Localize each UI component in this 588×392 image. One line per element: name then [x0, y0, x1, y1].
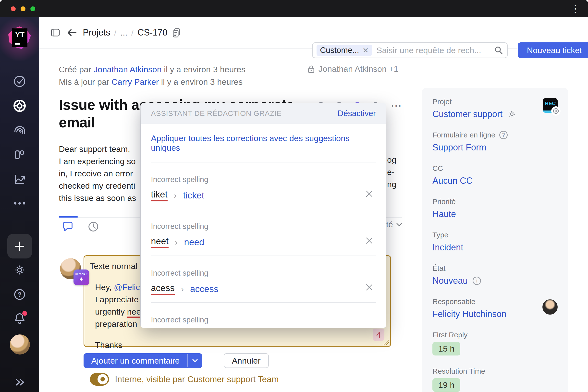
logo-dash [15, 43, 20, 44]
sort-dropdown-fragment[interactable]: té [386, 220, 402, 229]
internal-visibility-toggle[interactable] [90, 373, 109, 386]
priority-value[interactable]: Haute [432, 209, 456, 219]
description-fragment: e- [387, 167, 394, 177]
youtrack-logo[interactable]: YT [7, 25, 32, 50]
zoom-window-button[interactable] [30, 6, 35, 11]
state-value[interactable]: Nouveau [432, 276, 468, 286]
add-comment-button[interactable]: Ajouter un commentaire [84, 353, 188, 368]
app-header: Projets / ... / CS-170 Custome... ✕ Nouv… [39, 17, 588, 48]
chevron-down-icon [396, 223, 402, 226]
copy-id-button[interactable] [172, 28, 181, 38]
add-comment-split-button: Ajouter un commentaire [84, 353, 202, 368]
type-value[interactable]: Incident [432, 242, 463, 252]
breadcrumb-ellipsis[interactable]: ... [120, 28, 128, 38]
suggestion-row: Incorrect spelling neet › need [151, 209, 376, 256]
dismiss-suggestion-button[interactable] [365, 190, 374, 198]
create-button[interactable] [7, 234, 32, 258]
cancel-button[interactable]: Annuler [224, 353, 269, 368]
suggested-word-link[interactable]: access [190, 284, 218, 294]
issue-fields-panel: Projet Customer support HEC Formulaire e… [422, 88, 568, 392]
new-ticket-button[interactable]: Nouveau ticket [518, 42, 588, 58]
sidebar-item-issues[interactable] [12, 74, 28, 89]
minimize-window-button[interactable] [20, 6, 26, 11]
gear-icon [13, 264, 26, 276]
active-tab-underline [59, 216, 78, 218]
comment-line: I appreciate [95, 293, 141, 306]
field-cc: CC Aucun CC [432, 164, 558, 186]
help-circle-icon[interactable]: ? [499, 131, 508, 139]
sidebar-item-agile-boards[interactable] [12, 147, 28, 163]
spiral-icon [13, 124, 26, 137]
created-user-link[interactable]: Jonathan Atkinson [94, 65, 162, 74]
settings-button[interactable] [12, 262, 28, 278]
project-link[interactable]: Customer support [432, 109, 502, 119]
tab-comments[interactable] [62, 221, 74, 232]
browser-menu-icon[interactable]: ⋮ [570, 4, 580, 13]
copy-icon [172, 28, 181, 38]
close-icon [365, 190, 374, 198]
panel-toggle-button[interactable] [50, 17, 60, 48]
close-window-button[interactable] [11, 6, 16, 11]
title-more-button[interactable]: ⋯ [390, 99, 402, 112]
visibility-label: Jonathan Atkinson +1 [318, 64, 398, 74]
back-button[interactable] [66, 17, 78, 48]
wrong-word: neet [151, 236, 168, 248]
text-format-dropdown[interactable]: Texte normal [90, 262, 147, 271]
lock-icon [307, 65, 315, 74]
project-avatar-text: HEC [543, 100, 558, 106]
ellipsis-icon [13, 202, 26, 205]
user-avatar[interactable] [10, 334, 30, 354]
bell-icon [13, 312, 26, 325]
description-line: in, I receive an error [59, 167, 136, 180]
search-input[interactable] [376, 45, 494, 55]
breadcrumb-projects[interactable]: Projets [83, 28, 110, 38]
assignee-link[interactable]: Felicity Hutchinson [432, 309, 506, 319]
mention-link[interactable]: @Felic [114, 282, 140, 292]
project-avatar[interactable]: HEC [543, 98, 558, 113]
comment-line: urgently nee [95, 306, 141, 318]
issue-description: Dear support team, I am experiencing so … [59, 143, 136, 204]
field-label: Projet [432, 98, 558, 106]
visibility-control[interactable]: Jonathan Atkinson +1 [307, 64, 398, 74]
issue-meta: Créé par Jonathan Atkinson il y a enviro… [59, 63, 246, 88]
youtrack-window: ⋮ YT [0, 0, 588, 392]
updated-user-link[interactable]: Carry Parker [112, 77, 159, 86]
suggestion-label: Incorrect spelling [151, 256, 376, 278]
gear-icon [508, 110, 516, 118]
description-fragment: ng [387, 180, 396, 189]
apply-all-link[interactable]: Appliquer toutes les corrections avec de… [151, 134, 376, 153]
sidebar-item-helpdesk-active[interactable] [12, 98, 28, 114]
project-settings-button[interactable] [508, 110, 516, 118]
sidebar-item-knowledge-base[interactable] [12, 122, 28, 138]
field-resolution-time: Resolution Time 19 h [432, 367, 558, 392]
resize-handle[interactable] [384, 340, 389, 345]
comment-text[interactable]: Hey, @Felic I appreciate urgently nee pr… [95, 281, 141, 351]
tab-history[interactable] [88, 221, 99, 232]
field-first-reply: First Reply 15 h [432, 331, 558, 356]
disable-assistant-link[interactable]: Désactiver [338, 109, 376, 118]
comment-line: preparation [95, 318, 141, 330]
info-circle-icon[interactable]: i [472, 276, 481, 285]
support-form-link[interactable]: Support Form [432, 142, 486, 153]
search-bar[interactable]: Custome... ✕ [312, 42, 508, 58]
chip-close-icon[interactable]: ✕ [362, 46, 369, 55]
sidebar-item-more[interactable] [12, 196, 28, 211]
notifications-button[interactable] [12, 311, 28, 326]
dismiss-suggestion-button[interactable] [365, 236, 374, 245]
app-badge-text: uTrack T [75, 272, 88, 276]
suggested-word-link[interactable]: ticket [183, 190, 204, 201]
field-type: Type Incident [432, 231, 558, 252]
sidebar-item-reports[interactable] [12, 172, 28, 187]
spelling-issues-count-badge[interactable]: 4 [373, 328, 384, 341]
search-filter-chip[interactable]: Custome... ✕ [316, 44, 372, 56]
close-icon [365, 283, 374, 292]
cc-value[interactable]: Aucun CC [432, 176, 472, 186]
help-button[interactable]: ? [12, 287, 28, 302]
dismiss-suggestion-button[interactable] [365, 283, 374, 292]
expand-sidebar-button[interactable] [12, 374, 28, 390]
breadcrumb: Projets / ... / CS-170 [83, 17, 181, 48]
suggested-word-link[interactable]: need [184, 237, 204, 248]
breadcrumb-issue-id[interactable]: CS-170 [138, 28, 167, 38]
add-comment-dropdown-button[interactable] [188, 353, 202, 368]
breadcrumb-separator: / [110, 28, 120, 38]
